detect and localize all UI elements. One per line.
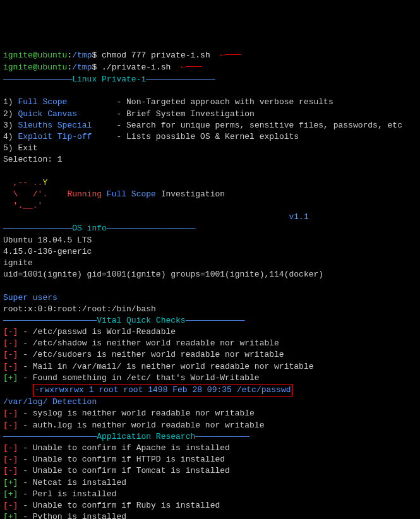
check-fail-tag: [-] [3, 466, 18, 475]
command-chmod: chmod 777 private-i.sh [102, 51, 210, 60]
os-name: Ubuntu 18.04.5 LTS [3, 236, 92, 245]
command-run: ./private-i.sh [102, 63, 171, 72]
terminal-output: ignite@ubuntu:/tmp$ chmod 777 private-i.… [3, 49, 417, 519]
prompt-user: ignite@ubuntu [3, 51, 67, 60]
root-entry: root:x:0:0:root:/root:/bin/bash [3, 304, 156, 314]
check-fail-tag: [-] [3, 421, 18, 430]
check-fail-tag: [-] [3, 327, 18, 337]
check-fail-tag: [-] [3, 501, 18, 510]
version: v1.1 [3, 212, 309, 222]
check-fail-tag: [-] [3, 362, 18, 371]
super-users-header: Super users [3, 293, 57, 302]
check-pass-tag: [+] [3, 373, 18, 383]
highlighted-finding: -rwxrwxrwx 1 root root 1498 Feb 28 09:35… [33, 384, 293, 397]
app-research-header: Application Research [97, 432, 195, 441]
menu-quick-canvas: Quick Canvas [18, 109, 77, 119]
check-pass-tag: [+] [3, 478, 18, 487]
uid-info: uid=1001(ignite) gid=1001(ignite) groups… [3, 270, 323, 279]
check-pass-tag: [+] [3, 512, 18, 519]
menu-exploit: Exploit Tip-off [18, 132, 92, 141]
kernel-version: 4.15.0-136-generic [3, 247, 92, 256]
vital-checks-header: Vital Quick Checks [97, 316, 185, 325]
username: ignite [3, 258, 33, 268]
selection-line: Selection: 1 [3, 155, 63, 164]
prompt-path: /tmp [72, 51, 92, 60]
menu-sleuths: Sleuths Special [18, 121, 92, 130]
arrow-icon: ←─── [181, 61, 202, 74]
check-fail-tag: [-] [3, 409, 18, 418]
check-pass-tag: [+] [3, 489, 18, 499]
app-title: Linux Private-i [72, 75, 146, 84]
prompt-path: /tmp [72, 63, 92, 72]
check-fail-tag: [-] [3, 443, 18, 453]
arrow-icon: ←─── [220, 49, 241, 62]
menu-full-scope: Full Scope [18, 97, 67, 107]
check-fail-tag: [-] [3, 455, 18, 464]
check-fail-tag: [-] [3, 350, 18, 359]
check-fail-tag: [-] [3, 338, 18, 348]
menu-exit: 5) Exit [3, 143, 38, 153]
varlog-header: /var/log/ Detection [3, 397, 97, 407]
os-info-header: OS info [72, 224, 107, 233]
prompt-user: ignite@ubuntu [3, 63, 67, 72]
